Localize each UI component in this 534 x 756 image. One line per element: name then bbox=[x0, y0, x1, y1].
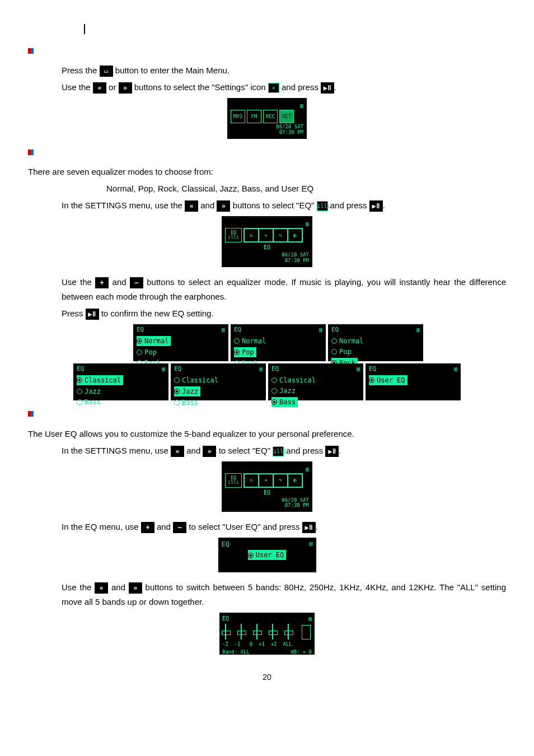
s1-line1: Press the ▭ button to enter the Main Men… bbox=[62, 63, 506, 78]
s1-line2: Use the « or » buttons to select the "Se… bbox=[62, 80, 506, 95]
next-button-icon: » bbox=[203, 446, 216, 457]
play-button-icon: ▶ǁ bbox=[86, 309, 99, 320]
eq-screen-pop: EQ▥ Normal Pop Rock bbox=[231, 324, 326, 361]
text-cursor bbox=[84, 24, 85, 34]
eq-icon: ıllı bbox=[273, 446, 284, 456]
menu-button-icon: ▭ bbox=[100, 66, 113, 77]
prev-button-icon: « bbox=[185, 200, 198, 212]
play-button-icon: ▶ǁ bbox=[325, 446, 339, 457]
s2-l3: Press ▶ǁ to confirm the new EQ setting. bbox=[62, 306, 506, 321]
minus-button-icon: − bbox=[130, 277, 143, 288]
prev-button-icon: « bbox=[93, 82, 106, 94]
section-2-heading bbox=[28, 147, 506, 160]
prev-button-icon: « bbox=[171, 446, 184, 457]
eq-tile: EQıllı bbox=[225, 473, 242, 488]
tile-fm: FM bbox=[247, 110, 261, 123]
plus-button-icon: + bbox=[95, 277, 109, 288]
s2-modes: Normal, Pop, Rock, Classical, Jazz, Bass… bbox=[106, 181, 506, 196]
screenshot-band-eq: EQ▥ -2 -1 0 +1 +2 ALL Band: ALLdB: + 0 bbox=[219, 613, 315, 655]
prev-button-icon: « bbox=[95, 582, 108, 594]
eq-screen-classical: EQ▥ Classical Jazz Bass bbox=[73, 363, 168, 400]
play-button-icon: ▶ǁ bbox=[302, 522, 316, 533]
s2-l1: In the SETTINGS menu, use the « and » bu… bbox=[62, 198, 506, 213]
tile-mp3: MP3 bbox=[231, 110, 245, 123]
s3-intro: The User EQ allows you to customize the … bbox=[28, 427, 506, 441]
eq-screen-rock: EQ▥ Normal Pop Rock bbox=[328, 324, 423, 361]
eq-icon: ıllı bbox=[317, 201, 328, 211]
screenshot-settings-eq-2: ▥ EQıllı ↻ ✦ ✎ ◐ EQ 06/20 SAT07:30 PM bbox=[222, 461, 312, 512]
next-button-icon: » bbox=[217, 200, 230, 212]
section-1-heading bbox=[28, 45, 506, 58]
s3-l2: In the EQ menu, use + and − to select "U… bbox=[62, 520, 506, 534]
play-button-icon: ▶ǁ bbox=[369, 200, 383, 212]
eq-screen-bass: EQ▥ Classical Jazz Bass bbox=[268, 363, 363, 400]
tile-set: SET bbox=[279, 110, 294, 123]
screenshot-main-menu: ▥ MP3 FM REC SET 06/20 SAT07:30 PM bbox=[227, 98, 307, 139]
bullet-icon bbox=[28, 48, 34, 54]
settings-icon: ✕ bbox=[268, 83, 279, 93]
eq-tile: EQıllı bbox=[225, 228, 242, 242]
s3-l3: Use the « and » buttons to switch betwee… bbox=[62, 580, 506, 609]
screenshot-settings-eq: ▥ EQıllı ↻ ✦ ✎ ◐ EQ 06/20 SAT07:30 PM bbox=[222, 216, 312, 267]
eq-screen-normal: EQ▥ Normal Pop Rock bbox=[133, 324, 228, 361]
eq-screenshots-grid: EQ▥ Normal Pop Rock EQ▥ Normal Pop Rock … bbox=[28, 324, 506, 400]
bullet-icon bbox=[28, 150, 34, 155]
s3-l1: In the SETTINGS menu, use « and » to sel… bbox=[62, 444, 506, 458]
next-button-icon: » bbox=[129, 582, 142, 594]
s2-l2: Use the + and − buttons to select an equ… bbox=[62, 275, 506, 304]
eq-screen-usereq: EQ▥ User EQ bbox=[366, 363, 461, 400]
tile-rec: REC bbox=[263, 110, 278, 123]
plus-button-icon: + bbox=[141, 522, 154, 533]
play-button-icon: ▶ǁ bbox=[321, 82, 334, 94]
next-button-icon: » bbox=[119, 82, 132, 94]
section-3-heading bbox=[28, 408, 506, 421]
page-number: 20 bbox=[28, 671, 506, 683]
bullet-icon bbox=[28, 411, 34, 417]
eq-screen-jazz: EQ▥ Classical Jazz Bass bbox=[171, 363, 266, 400]
minus-button-icon: − bbox=[173, 522, 186, 533]
screenshot-usereq-select: EQ▥ User EQ bbox=[218, 538, 316, 572]
s2-intro: There are seven equalizer modes to choos… bbox=[28, 165, 506, 179]
